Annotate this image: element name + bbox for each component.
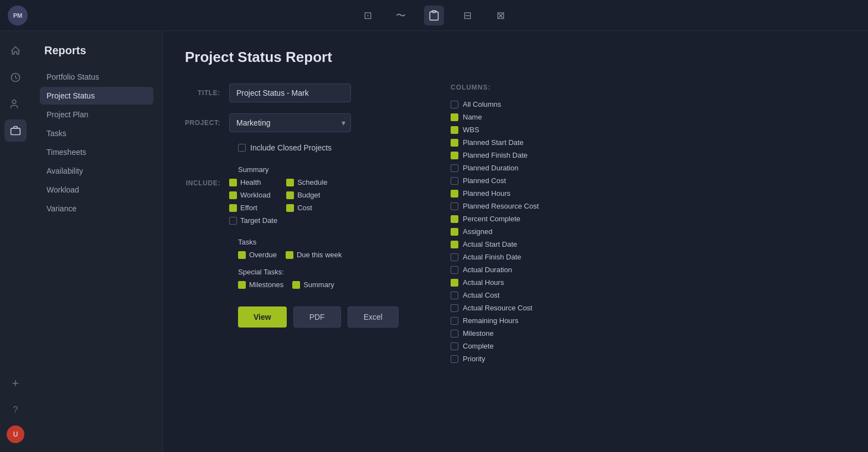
cost-checkbox[interactable] xyxy=(286,204,294,212)
include-closed-row: Include Closed Projects xyxy=(238,143,417,152)
col-remaining-hours-checkbox[interactable] xyxy=(451,317,458,325)
effort-checkbox[interactable] xyxy=(229,204,237,212)
col-actual-resource-cost-checkbox[interactable] xyxy=(451,304,458,312)
nav-help[interactable]: ? xyxy=(4,399,27,421)
pulse-icon[interactable]: 〜 xyxy=(391,6,411,25)
col-wbs-label: WBS xyxy=(463,126,479,134)
workload-checkbox[interactable] xyxy=(229,191,237,199)
column-assigned: Assigned xyxy=(451,225,614,238)
col-wbs-checkbox[interactable] xyxy=(451,126,458,134)
search-zoom-icon[interactable]: ⊡ xyxy=(358,6,378,25)
include-summary-tasks: Summary xyxy=(292,280,334,289)
budget-checkbox[interactable] xyxy=(286,191,294,199)
col-planned-cost-checkbox[interactable] xyxy=(451,177,458,185)
column-planned-hours: Planned Hours xyxy=(451,187,614,200)
col-actual-finish-checkbox[interactable] xyxy=(451,253,458,261)
col-assigned-checkbox[interactable] xyxy=(451,228,458,236)
col-actual-duration-label: Actual Duration xyxy=(463,266,512,274)
summary-tasks-checkbox[interactable] xyxy=(292,281,300,289)
nav-clock[interactable] xyxy=(4,66,27,89)
col-planned-cost-label: Planned Cost xyxy=(463,176,506,185)
col-planned-start-label: Planned Start Date xyxy=(463,138,524,147)
col-planned-resource-cost-label: Planned Resource Cost xyxy=(463,202,539,210)
col-complete-checkbox[interactable] xyxy=(451,342,458,350)
column-wbs: WBS xyxy=(451,123,614,136)
col-planned-finish-checkbox[interactable] xyxy=(451,152,458,159)
col-planned-hours-checkbox[interactable] xyxy=(451,190,458,198)
col-planned-resource-cost-checkbox[interactable] xyxy=(451,202,458,210)
summary-tasks-label: Summary xyxy=(303,280,334,289)
due-this-week-label: Due this week xyxy=(297,251,342,259)
include-overdue: Overdue xyxy=(238,251,277,259)
col-percent-complete-label: Percent Complete xyxy=(463,215,520,223)
project-select[interactable]: Marketing Development Design Sales xyxy=(229,113,351,132)
column-actual-finish: Actual Finish Date xyxy=(451,251,614,263)
sidebar-item-availability[interactable]: Availability xyxy=(40,162,153,180)
project-label: PROJECT: xyxy=(185,119,229,127)
include-grid: Health Schedule Workload Budget xyxy=(229,178,334,225)
col-planned-duration-checkbox[interactable] xyxy=(451,164,458,172)
title-label: TITLE: xyxy=(185,89,229,97)
column-all: All Columns xyxy=(451,98,614,111)
svg-rect-3 xyxy=(11,128,20,135)
target-date-checkbox[interactable] xyxy=(229,217,237,225)
column-complete: Complete xyxy=(451,340,614,352)
app-logo[interactable]: PM xyxy=(8,6,28,25)
col-actual-start-label: Actual Start Date xyxy=(463,240,517,248)
columns-scroll[interactable]: All Columns Name WBS Planned Start Date xyxy=(451,98,617,386)
clipboard-icon[interactable] xyxy=(424,6,444,25)
page-title: Project Status Report xyxy=(185,49,846,66)
col-name-checkbox[interactable] xyxy=(451,113,458,121)
sidebar-item-portfolio[interactable]: Portfolio Status xyxy=(40,68,153,86)
title-input[interactable] xyxy=(229,84,351,102)
link-icon[interactable]: ⊟ xyxy=(457,6,477,25)
sidebar-item-project-status[interactable]: Project Status xyxy=(40,87,153,105)
sidebar-item-timesheets[interactable]: Timesheets xyxy=(40,143,153,161)
schedule-checkbox[interactable] xyxy=(286,179,294,186)
milestones-label: Milestones xyxy=(249,280,283,289)
milestones-checkbox[interactable] xyxy=(238,281,246,289)
layout-icon[interactable]: ⊠ xyxy=(490,6,510,25)
col-actual-duration-checkbox[interactable] xyxy=(451,266,458,274)
nav-briefcase[interactable] xyxy=(4,120,27,142)
col-actual-resource-cost-label: Actual Resource Cost xyxy=(463,304,533,312)
sidebar-item-workload[interactable]: Workload xyxy=(40,181,153,199)
nav-people[interactable] xyxy=(4,93,27,115)
include-budget: Budget xyxy=(286,191,334,199)
due-this-week-checkbox[interactable] xyxy=(286,251,293,259)
health-checkbox[interactable] xyxy=(229,179,237,186)
all-columns-checkbox[interactable] xyxy=(451,101,458,108)
col-actual-cost-checkbox[interactable] xyxy=(451,292,458,299)
summary-header: Summary xyxy=(238,165,417,174)
col-planned-hours-label: Planned Hours xyxy=(463,189,510,198)
left-nav: + ? U xyxy=(0,31,31,452)
sidebar-item-variance[interactable]: Variance xyxy=(40,200,153,217)
col-milestone-checkbox[interactable] xyxy=(451,330,458,337)
view-button[interactable]: View xyxy=(238,306,287,328)
include-cost: Cost xyxy=(286,204,334,212)
health-label: Health xyxy=(240,178,261,186)
excel-button[interactable]: Excel xyxy=(348,306,399,328)
sidebar-item-project-plan[interactable]: Project Plan xyxy=(40,106,153,123)
col-actual-hours-checkbox[interactable] xyxy=(451,279,458,287)
column-name: Name xyxy=(451,111,614,123)
col-actual-hours-label: Actual Hours xyxy=(463,278,504,287)
col-planned-start-checkbox[interactable] xyxy=(451,139,458,147)
col-actual-start-checkbox[interactable] xyxy=(451,241,458,248)
col-name-label: Name xyxy=(463,113,482,121)
sidebar-item-tasks[interactable]: Tasks xyxy=(40,124,153,142)
nav-home[interactable] xyxy=(4,40,27,62)
column-milestone: Milestone xyxy=(451,327,614,340)
include-closed-checkbox[interactable] xyxy=(238,144,246,152)
include-section: Summary INCLUDE: Health Schedule xyxy=(185,165,417,225)
nav-add[interactable]: + xyxy=(4,372,27,394)
pdf-button[interactable]: PDF xyxy=(293,306,341,328)
include-label: INCLUDE: xyxy=(185,178,229,187)
project-row: PROJECT: Marketing Development Design Sa… xyxy=(185,113,417,132)
overdue-checkbox[interactable] xyxy=(238,251,246,259)
user-avatar[interactable]: U xyxy=(7,425,24,443)
col-percent-complete-checkbox[interactable] xyxy=(451,215,458,223)
special-tasks-header: Special Tasks: xyxy=(238,268,417,276)
sidebar: Reports Portfolio Status Project Status … xyxy=(31,31,163,452)
col-priority-checkbox[interactable] xyxy=(451,355,458,363)
